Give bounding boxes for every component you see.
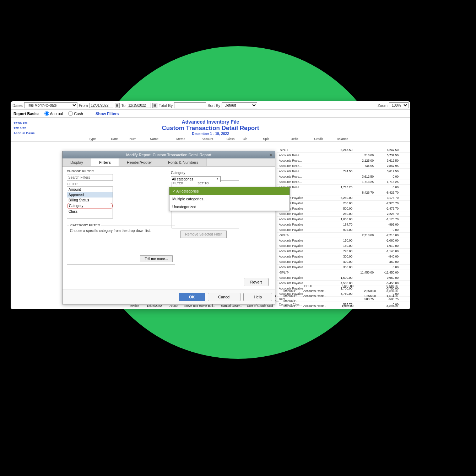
report-range: December 1 - 15, 2022: [11, 132, 410, 136]
table-row[interactable]: Accounts Payable500.00-2,476.70: [277, 206, 410, 211]
to-label: To: [121, 103, 125, 108]
table-row[interactable]: Accounts Rece...2,125.003,612.50: [277, 158, 410, 163]
meta-basis: Accrual Basis: [13, 131, 35, 136]
filter-list[interactable]: Amount Approved Billing Status Category …: [67, 186, 113, 218]
table-row[interactable]: Accounts Payable184.70-992.00: [277, 222, 410, 227]
cancel-button[interactable]: Cancel: [208, 293, 240, 301]
meta-time: 12:56 PM: [13, 121, 35, 126]
table-row[interactable]: Accounts Payable250.00-2,226.70: [277, 211, 410, 217]
calendar-icon[interactable]: ▦: [115, 103, 120, 108]
table-row[interactable]: Accounts Payable1,050.00-1,176.70: [277, 217, 410, 222]
tab-filters[interactable]: Filters: [91, 158, 119, 166]
tab-fonts-numbers[interactable]: Fonts & Numbers: [160, 158, 207, 166]
report-title: Custom Transaction Detail Report: [11, 125, 410, 132]
dates-label: Dates: [12, 103, 23, 108]
table-row[interactable]: -SPLIT-2,210.00-2,210.00: [277, 233, 410, 238]
table-row[interactable]: Accounts Payable770.00-1,140.00: [277, 249, 410, 254]
current-filter-panel: CURRENT FILTER CHOICES FILTER SET TO Dat…: [172, 169, 264, 265]
choose-filter-panel: CHOOSE FILTER FILTER Amount Approved Bil…: [67, 169, 166, 265]
table-row[interactable]: Accounts Payable5,250.00-3,176.70: [277, 195, 410, 201]
sortby-select[interactable]: Default: [222, 102, 257, 108]
zoom-select[interactable]: 100%: [389, 102, 409, 108]
report-window: Dates This Month-to-date From ▦ To ▦ Tot…: [11, 101, 410, 309]
calendar-icon[interactable]: ▦: [152, 103, 157, 108]
filter-item-billing-status[interactable]: Billing Status: [67, 198, 113, 203]
toolbar-main: Dates This Month-to-date From ▦ To ▦ Tot…: [11, 101, 410, 110]
toolbar-basis: Report Basis: Accrual Cash Show Filters: [11, 110, 410, 118]
accrual-radio[interactable]: Accrual: [44, 111, 63, 116]
category-select[interactable]: All categories: [171, 176, 221, 182]
choose-filter-label: CHOOSE FILTER: [67, 169, 166, 173]
zoom-label: Zoom: [378, 103, 388, 108]
table-row[interactable]: -SPLIT-6,247.506,247.50: [277, 147, 410, 153]
table-row[interactable]: Accounts Payable1,500.00-9,950.00: [277, 275, 410, 281]
show-filters-link[interactable]: Show Filters: [96, 112, 119, 116]
table-row[interactable]: Accounts Payable300.00-840.00: [277, 254, 410, 259]
from-input[interactable]: [89, 103, 113, 108]
dialog-tabs: Display Filters Header/Footer Fonts & Nu…: [63, 158, 275, 167]
table-row[interactable]: -SPLIT-8,426.70-8,426.70: [277, 190, 410, 195]
basis-label: Report Basis:: [13, 112, 39, 116]
table-row[interactable]: Accounts Rece...1,713.250.00: [277, 185, 410, 190]
report-header: Advanced Inventory File Custom Transacti…: [11, 119, 410, 136]
table-row[interactable]: Accounts Rece...510.005,737.50: [277, 153, 410, 158]
dialog-title-bar: Modify Report: Custom Transaction Detail…: [63, 151, 275, 158]
dialog-body: CHOOSE FILTER FILTER Amount Approved Bil…: [63, 167, 275, 267]
dialog-title: Modify Report: Custom Transaction Detail…: [126, 153, 211, 157]
tab-header-footer[interactable]: Header/Footer: [119, 158, 160, 166]
table-row[interactable]: Accounts Rece...744.553,612.50: [277, 169, 410, 174]
filter-item-amount[interactable]: Amount: [67, 187, 113, 192]
category-filter-box: CATEGORY FILTER Choose a specific catego…: [67, 226, 175, 265]
totalby-label: Total By: [159, 103, 173, 108]
search-filters-input[interactable]: [67, 174, 113, 181]
report-meta: 12:56 PM 12/15/22 Accrual Basis: [13, 121, 35, 136]
table-row[interactable]: Accounts Rece...1,713.25-1,713.25: [277, 179, 410, 185]
table-row[interactable]: Accounts Payable992.000.00: [277, 227, 410, 233]
close-icon[interactable]: ✕: [269, 152, 273, 158]
modify-report-dialog: Modify Report: Custom Transaction Detail…: [62, 151, 275, 304]
category-filter-label: CATEGORY FILTER: [69, 223, 101, 227]
revert-button[interactable]: Revert: [244, 278, 269, 286]
table-row[interactable]: Accounts Payable150.00-1,910.00: [277, 243, 410, 249]
totalby-select[interactable]: Total only: [174, 102, 206, 108]
company-name: Advanced Inventory File: [11, 119, 410, 125]
table-row[interactable]: Accounts Payable150.00-2,060.00: [277, 238, 410, 243]
ok-button[interactable]: OK: [179, 293, 205, 301]
tab-display[interactable]: Display: [63, 158, 91, 166]
table-row[interactable]: Accounts Rece...744.552,867.95: [277, 163, 410, 169]
dropdown-all-categories[interactable]: All categories: [169, 187, 290, 195]
filter-item-approved[interactable]: Approved: [67, 192, 113, 198]
filter-list-header: FILTER: [67, 182, 166, 186]
from-label: From: [79, 103, 88, 108]
help-button[interactable]: Help: [243, 293, 272, 301]
dropdown-uncategorized[interactable]: Uncategorized: [169, 203, 290, 211]
table-row[interactable]: Accounts Payable490.00-350.00: [277, 259, 410, 265]
to-input[interactable]: [127, 103, 151, 108]
dates-select[interactable]: This Month-to-date: [24, 102, 77, 108]
tell-me-more-button[interactable]: Tell me more...: [140, 255, 173, 262]
table-row[interactable]: Accounts Payable350.000.00: [277, 265, 410, 270]
meta-date: 12/15/22: [13, 126, 35, 131]
category-filter-text: Choose a specific category from the drop…: [70, 229, 172, 233]
dialog-footer: OK Cancel Help: [63, 290, 275, 304]
table-row[interactable]: Accounts Payable200.00-2,976.70: [277, 201, 410, 206]
column-headers: Type Date Num Name Memo Account Class Cl…: [11, 137, 410, 142]
remove-selected-filter-button[interactable]: Remove Selected Filter: [180, 231, 227, 238]
cash-radio[interactable]: Cash: [68, 111, 83, 116]
filter-item-class[interactable]: Class: [67, 209, 113, 214]
category-label: Category: [171, 171, 222, 175]
sortby-label: Sort By: [207, 103, 220, 108]
filter-item-category[interactable]: Category: [67, 203, 113, 209]
category-dropdown[interactable]: All categories Multiple categories... Un…: [169, 187, 290, 211]
dropdown-multiple-categories[interactable]: Multiple categories...: [169, 195, 290, 203]
category-select-area: Category All categories: [171, 171, 222, 182]
table-row[interactable]: Accounts Rece...3,612.500.00: [277, 174, 410, 179]
table-row[interactable]: -SPLIT-11,450.00-11,450.00: [277, 270, 410, 275]
